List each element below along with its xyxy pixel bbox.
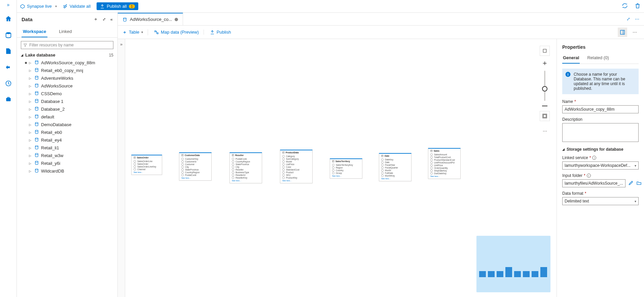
column-item: MonthKey — [381, 174, 409, 177]
more-icon[interactable]: ⋯ — [635, 16, 639, 22]
browse-folder-icon[interactable] — [636, 180, 642, 187]
tree-item[interactable]: ▷Retail_y6i — [17, 159, 117, 167]
expand-icon[interactable]: ▷ — [29, 61, 32, 65]
refresh-icon[interactable] — [622, 3, 628, 10]
tree-item[interactable]: ▷Retail_ey4 — [17, 136, 117, 144]
data-icon[interactable] — [4, 30, 13, 40]
table-card[interactable]: DateDateKeyDateFiscalYearFiscalQuarterMo… — [379, 153, 412, 181]
minimap[interactable] — [476, 236, 550, 292]
home-icon[interactable] — [4, 14, 13, 24]
expand-pane-icon[interactable]: ⤢ — [627, 16, 630, 22]
expand-icon[interactable]: ▷ — [29, 162, 32, 165]
table-card[interactable]: CustomerDataCustomerKeyCustomerIdCustome… — [179, 152, 212, 181]
fit-screen-icon[interactable] — [540, 46, 550, 56]
synapse-live-button[interactable]: Synapse live ▾ — [20, 4, 57, 9]
tree-item[interactable]: ▷Retail_w3w — [17, 152, 117, 159]
expand-icon[interactable]: ▷ — [29, 146, 32, 150]
expand-icon[interactable]: ▷ — [29, 92, 32, 96]
table-card[interactable]: SalesTerritorySalesTerritoryKeyRegionCou… — [330, 158, 362, 179]
help-icon[interactable]: i — [592, 156, 596, 160]
input-folder-label: Input folder * i — [562, 173, 591, 178]
tree-item[interactable]: ▷Retail_eb0_copy_mnj — [17, 67, 117, 74]
add-resource-icon[interactable]: ＋ — [94, 16, 98, 22]
see-less-link[interactable]: See less... — [379, 177, 411, 180]
data-format-select[interactable]: Delimited text ▾ — [562, 197, 639, 205]
data-panel: Data ＋ ⤢ « Workspace Linked ◢ Lake datab… — [17, 13, 118, 297]
tab-related[interactable]: Related (0) — [586, 54, 609, 64]
expand-icon[interactable]: » — [7, 2, 10, 7]
tree-item[interactable]: ▷CSSDemo — [17, 90, 117, 98]
tree-item[interactable]: ▷default — [17, 113, 117, 121]
tree-item[interactable]: ▷Database 1 — [17, 98, 117, 105]
editor-tab[interactable]: AdWorksSource_co... — [118, 13, 183, 25]
tab-linked[interactable]: Linked — [58, 27, 73, 37]
description-input[interactable] — [562, 123, 639, 142]
expand-icon[interactable]: ▷ — [29, 139, 32, 142]
zoom-slider[interactable] — [544, 71, 545, 101]
tree-item[interactable]: ▷Database_2 — [17, 105, 117, 113]
table-card[interactable]: SalesOrderSalesOrderLineSalesOrderSalesO… — [131, 155, 162, 175]
table-card-columns: CustomerKeyCustomerIdCustomerCityStatePr… — [179, 157, 211, 176]
expand-icon[interactable]: ▷ — [29, 69, 32, 72]
group-lake-database[interactable]: ◢ Lake database 15 — [17, 51, 117, 59]
input-folder-input[interactable]: lamurthyfiles/AdWorksSource_... — [562, 179, 625, 187]
filter-resources-box[interactable] — [21, 41, 113, 49]
linked-service-select[interactable]: lamurthyworkspace-WorkspaceDef... ▾ — [562, 161, 639, 170]
validate-all-button[interactable]: Validate all — [63, 4, 91, 9]
expand-icon[interactable]: ▷ — [29, 108, 32, 111]
tree-item[interactable]: ▷AdWorksSource — [17, 82, 117, 90]
zoom-in-icon[interactable] — [542, 61, 547, 66]
expand-icon[interactable]: ▷ — [29, 123, 32, 126]
filter-resources-input[interactable] — [29, 42, 111, 48]
database-icon — [34, 75, 39, 81]
expand-icon[interactable]: ▷ — [29, 131, 32, 134]
see-less-link[interactable]: See less... — [280, 179, 312, 182]
tab-general[interactable]: General — [562, 54, 580, 64]
expand-all-icon[interactable]: ⤢ — [103, 17, 106, 22]
tree-item[interactable]: ▷AdventureWorks — [17, 74, 117, 82]
monitor-icon[interactable] — [4, 79, 13, 88]
manage-icon[interactable] — [4, 95, 13, 104]
see-less-link[interactable]: See less... — [179, 176, 211, 179]
column-item: FiscalYear — [381, 163, 409, 166]
svg-point-15 — [35, 146, 38, 147]
expand-icon[interactable]: ▷ — [29, 100, 32, 103]
expand-icon[interactable]: ▷ — [29, 77, 32, 80]
expand-icon[interactable]: ▷ — [29, 154, 32, 157]
see-less-link[interactable]: See less... — [330, 174, 362, 177]
see-less-link[interactable]: See less... — [230, 179, 262, 182]
see-less-link[interactable]: See less... — [132, 171, 162, 173]
publish-button[interactable]: Publish — [210, 30, 236, 35]
minimap-toggle-icon[interactable] — [540, 111, 550, 121]
toolbar-more-icon[interactable]: ⋯ — [630, 28, 639, 37]
properties-panel-toggle-icon[interactable] — [618, 28, 627, 37]
tree-item[interactable]: ▷Retail_li1 — [17, 144, 117, 152]
tab-workspace[interactable]: Workspace — [22, 27, 47, 37]
tree-item[interactable]: ▷Retail_eb0 — [17, 128, 117, 136]
canvas-expand-icon[interactable]: » — [118, 39, 125, 297]
zoom-out-icon[interactable] — [542, 106, 547, 106]
map-data-button[interactable]: Map data (Preview) — [154, 30, 204, 35]
integrate-icon[interactable] — [4, 63, 13, 72]
discard-icon[interactable] — [635, 3, 641, 10]
publish-all-button[interactable]: Publish all 1 — [97, 2, 138, 10]
expand-icon[interactable]: ▷ — [29, 84, 32, 88]
table-card[interactable]: ProductDataCategorySubCategoryModelListP… — [280, 150, 313, 183]
expand-icon[interactable]: ▷ — [29, 115, 32, 119]
tree-item[interactable]: ▷WildcardDB — [17, 167, 117, 175]
tree-item[interactable]: ▷AdWorksSource_copy_88m — [17, 59, 117, 67]
expand-icon[interactable]: ▷ — [29, 170, 32, 173]
edit-icon[interactable] — [628, 180, 634, 187]
storage-settings-header[interactable]: ◢ Storage settings for database — [562, 147, 639, 152]
collapse-panel-icon[interactable]: « — [110, 17, 113, 22]
add-table-button[interactable]: ＋ Table ▾ — [122, 29, 148, 35]
name-input[interactable] — [562, 105, 639, 113]
see-less-link[interactable]: See less... — [428, 175, 460, 177]
designer-canvas[interactable]: ⋯ SalesOrderSalesOrderLineSalesOrderSale… — [125, 39, 557, 297]
tree-item[interactable]: ▷DemoDatabase — [17, 121, 117, 128]
table-card[interactable]: SalesSalesAmountTotalProductCostProductS… — [428, 148, 461, 179]
table-card[interactable]: ResellerPostalCodeCountryRegionStateProv… — [229, 152, 262, 183]
help-icon[interactable]: i — [587, 174, 591, 178]
develop-icon[interactable] — [4, 46, 13, 56]
canvas-more-icon[interactable]: ⋯ — [540, 126, 550, 136]
